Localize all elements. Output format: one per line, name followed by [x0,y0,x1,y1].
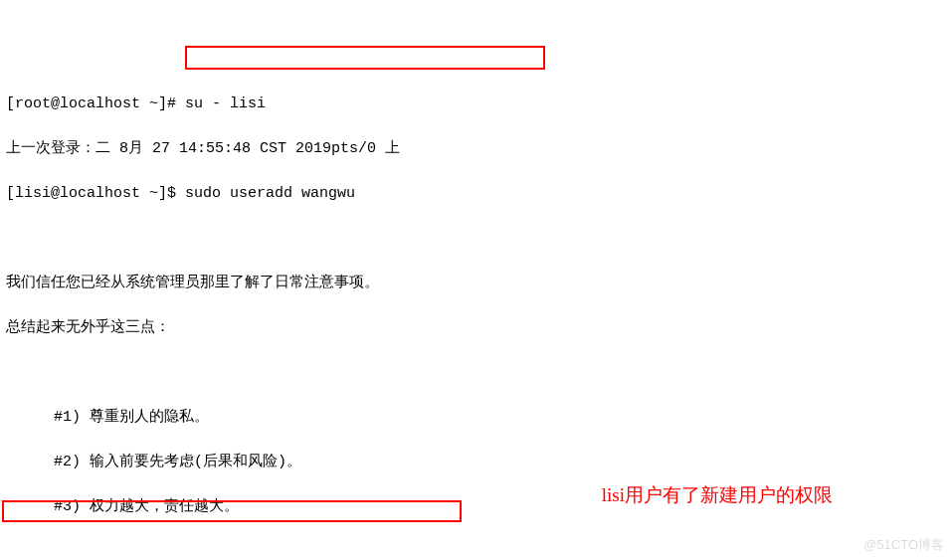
terminal-line: 上一次登录：二 8月 27 14:55:48 CST 2019pts/0 上 [6,138,946,161]
terminal-line: #1) 尊重别人的隐私。 [6,407,946,430]
terminal-blank [6,362,946,385]
terminal-blank [6,228,946,251]
annotation-text: lisi用户有了新建用户的权限 [602,481,833,510]
highlight-box-command [185,46,545,70]
terminal-line: #2) 输入前要先考虑(后果和风险)。 [6,452,946,474]
watermark-text: @51CTO博客 [863,535,944,555]
terminal-line: 我们信任您已经从系统管理员那里了解了日常注意事项。 [6,273,946,295]
terminal-line: 总结起来无外乎这三点： [6,317,946,340]
terminal-blank [6,541,946,560]
terminal-prompt-line: [lisi@localhost ~]$ sudo useradd wangwu [6,183,946,206]
terminal-line: [root@localhost ~]# su - lisi [6,93,946,116]
